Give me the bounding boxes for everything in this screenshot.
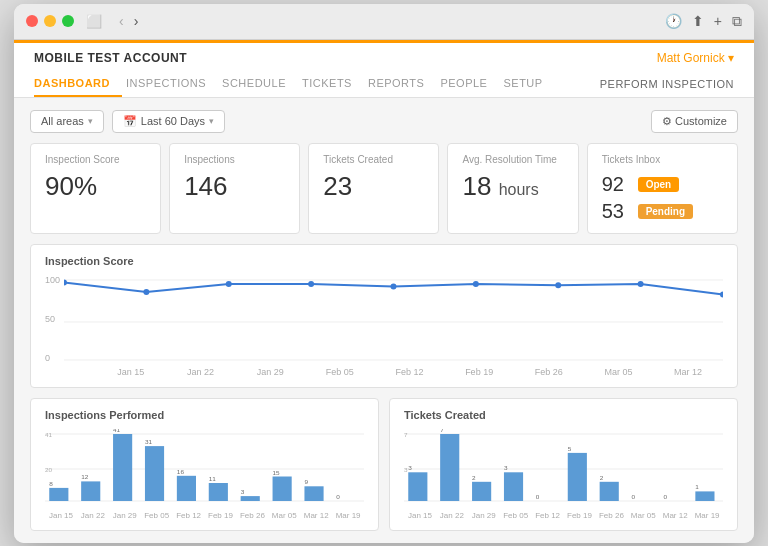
svg-text:0: 0	[663, 493, 667, 500]
svg-rect-16	[81, 481, 100, 501]
nav-tabs: DASHBOARD INSPECTIONS SCHEDULE TICKETS R…	[34, 71, 559, 97]
tickets-created-value: 23	[323, 171, 424, 202]
svg-rect-19	[177, 475, 196, 500]
line-chart-svg-area	[64, 275, 723, 365]
insp-x-feb05: Feb 05	[141, 511, 173, 520]
inbox-items: 92 Open 53 Pending	[602, 173, 723, 223]
inspections-bar-title: Inspections Performed	[45, 409, 364, 421]
inspections-value: 146	[184, 171, 285, 202]
date-filter-arrow-icon: ▾	[209, 116, 214, 126]
line-chart-x-labels: Jan 15 Jan 22 Jan 29 Feb 05 Feb 12 Feb 1…	[64, 365, 723, 377]
tick-x-mar05: Mar 05	[627, 511, 659, 520]
back-arrow-icon[interactable]: ‹	[116, 13, 127, 29]
svg-text:8: 8	[49, 480, 53, 487]
insp-x-mar19: Mar 19	[332, 511, 364, 520]
nav-row: DASHBOARD INSPECTIONS SCHEDULE TICKETS R…	[34, 71, 734, 97]
x-label-mar12: Mar 12	[653, 367, 723, 377]
y-axis: 100 50 0	[45, 275, 60, 377]
open-badge[interactable]: Open	[638, 177, 680, 192]
inspections-x-labels: Jan 15 Jan 22 Jan 29 Feb 05 Feb 12 Feb 1…	[45, 511, 364, 520]
customize-button[interactable]: ⚙ Customize	[651, 110, 738, 133]
insp-x-feb12: Feb 12	[173, 511, 205, 520]
perform-inspection-button[interactable]: PERFORM INSPECTION	[600, 72, 734, 96]
svg-text:0: 0	[336, 493, 340, 500]
svg-point-11	[720, 291, 723, 297]
calendar-icon: 📅	[123, 115, 137, 128]
line-chart-right: Jan 15 Jan 22 Jan 29 Feb 05 Feb 12 Feb 1…	[64, 275, 723, 377]
svg-text:41: 41	[45, 431, 53, 438]
insp-x-feb26: Feb 26	[236, 511, 268, 520]
svg-point-4	[143, 289, 149, 295]
svg-text:3: 3	[408, 464, 412, 471]
tab-inspections[interactable]: INSPECTIONS	[126, 71, 218, 97]
avg-resolution-value: 18 hours	[462, 171, 563, 202]
filter-row: All areas ▾ 📅 Last 60 Days ▾ ⚙ Customize	[30, 110, 738, 133]
inbox-open-count: 92	[602, 173, 630, 196]
svg-rect-43	[504, 472, 523, 501]
avg-resolution-card: Avg. Resolution Time 18 hours	[447, 143, 578, 234]
inspection-score-value: 90%	[45, 171, 146, 202]
resolution-unit: hours	[499, 181, 539, 198]
tickets-created-label: Tickets Created	[323, 154, 424, 165]
x-label-feb19: Feb 19	[444, 367, 514, 377]
tick-x-feb19: Feb 19	[564, 511, 596, 520]
svg-rect-49	[695, 491, 714, 501]
svg-text:31: 31	[145, 438, 153, 445]
tickets-bar-svg: 3 7 2 3 0 5 2 0 0 1 7 3	[404, 429, 723, 509]
x-label-jan15: Jan 15	[96, 367, 166, 377]
area-filter[interactable]: All areas ▾	[30, 110, 104, 133]
pending-badge[interactable]: Pending	[638, 204, 693, 219]
tab-schedule[interactable]: SCHEDULE	[222, 71, 298, 97]
tickets-x-labels: Jan 15 Jan 22 Jan 29 Feb 05 Feb 12 Feb 1…	[404, 511, 723, 520]
inspections-bar-chart-card: Inspections Performed	[30, 398, 379, 531]
x-label-mar05: Mar 05	[584, 367, 654, 377]
tick-x-feb26: Feb 26	[595, 511, 627, 520]
user-menu[interactable]: Matt Gornick ▾	[657, 51, 734, 65]
tickets-inbox-label: Tickets Inbox	[602, 154, 723, 165]
svg-point-8	[473, 281, 479, 287]
inbox-open-item: 92 Open	[602, 173, 723, 196]
svg-text:0: 0	[536, 493, 540, 500]
main-content: All areas ▾ 📅 Last 60 Days ▾ ⚙ Customize…	[14, 98, 754, 543]
svg-point-10	[638, 281, 644, 287]
svg-text:7: 7	[404, 431, 408, 438]
tab-setup[interactable]: SETUP	[503, 71, 554, 97]
app-header: MOBILE TEST ACCOUNT Matt Gornick ▾ DASHB…	[14, 43, 754, 98]
svg-rect-21	[241, 496, 260, 501]
x-label-jan22: Jan 22	[166, 367, 236, 377]
svg-text:7: 7	[440, 429, 444, 433]
resolution-number: 18	[462, 171, 491, 201]
svg-text:2: 2	[600, 474, 604, 481]
x-label-feb05: Feb 05	[305, 367, 375, 377]
y-label-0: 0	[45, 353, 60, 363]
date-filter[interactable]: 📅 Last 60 Days ▾	[112, 110, 225, 133]
inspections-card: Inspections 146	[169, 143, 300, 234]
svg-point-6	[308, 281, 314, 287]
svg-rect-22	[273, 476, 292, 501]
window-icon: ⬜	[86, 14, 102, 29]
tick-x-jan15: Jan 15	[404, 511, 436, 520]
svg-text:3: 3	[404, 466, 408, 473]
svg-text:15: 15	[273, 469, 281, 476]
tab-people[interactable]: PEOPLE	[440, 71, 499, 97]
minimize-button[interactable]	[44, 15, 56, 27]
area-filter-label: All areas	[41, 115, 84, 127]
maximize-button[interactable]	[62, 15, 74, 27]
insp-x-mar12: Mar 12	[300, 511, 332, 520]
svg-text:0: 0	[632, 493, 636, 500]
forward-arrow-icon[interactable]: ›	[131, 13, 142, 29]
tab-tickets[interactable]: TICKETS	[302, 71, 364, 97]
svg-text:3: 3	[504, 464, 508, 471]
tab-dashboard[interactable]: DASHBOARD	[34, 71, 122, 97]
account-row: MOBILE TEST ACCOUNT Matt Gornick ▾	[34, 51, 734, 71]
svg-rect-42	[472, 481, 491, 500]
tickets-bar-title: Tickets Created	[404, 409, 723, 421]
tab-reports[interactable]: REPORTS	[368, 71, 436, 97]
svg-text:5: 5	[568, 445, 572, 452]
inspections-bar-svg: 8 12 41 31 16 11 3 15 9 0 41 20	[45, 429, 364, 509]
close-button[interactable]	[26, 15, 38, 27]
svg-point-7	[391, 283, 397, 289]
insp-x-jan22: Jan 22	[77, 511, 109, 520]
avg-resolution-label: Avg. Resolution Time	[462, 154, 563, 165]
svg-text:9: 9	[304, 478, 308, 485]
